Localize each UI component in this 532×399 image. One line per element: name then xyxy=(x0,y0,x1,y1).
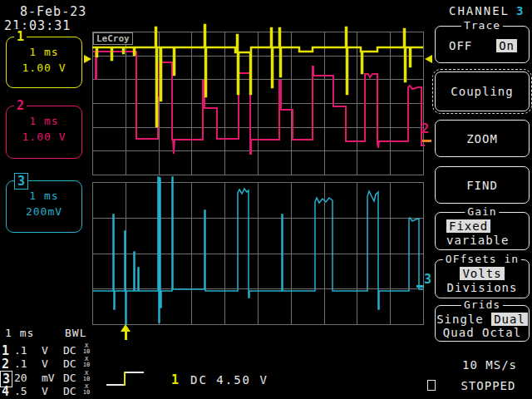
trace-box: Trace OFF On xyxy=(435,26,530,63)
trigger-source-label: 1 xyxy=(171,372,179,387)
grids-single-option[interactable]: Single xyxy=(436,313,484,326)
trigger-edge-icon xyxy=(106,384,126,386)
date-label: 8-Feb-23 xyxy=(20,4,86,19)
menu-title: CHANNEL3 xyxy=(449,4,525,17)
trace-on-option[interactable]: On xyxy=(496,39,517,52)
ch3-level-dash-icon xyxy=(416,285,424,288)
trigger-time-arrow-stem xyxy=(125,331,127,340)
stopped-square-icon xyxy=(427,380,436,391)
ch2-level-dash-icon xyxy=(422,140,431,142)
footer-header: 1 ms BWL xyxy=(5,327,34,339)
coupling-button[interactable]: Coupling xyxy=(435,71,530,111)
probe-x10-icon: X10 xyxy=(81,384,91,396)
channel3-number: 3 xyxy=(14,173,28,190)
find-button[interactable]: FIND xyxy=(435,166,530,204)
probe-x10-icon: X10 xyxy=(81,371,91,382)
channel3-scale: 200mV xyxy=(7,205,81,218)
trigger-edge-rise xyxy=(124,372,126,386)
grids-box: Grids Single Dual Quad Octal xyxy=(435,305,530,342)
trace-legend: Trace xyxy=(461,19,503,32)
bwl-label: BWL xyxy=(65,327,86,339)
find-label: FIND xyxy=(466,179,498,192)
footer-timebase: 1 ms xyxy=(5,327,34,339)
channel2-timebase: 1 ms xyxy=(7,115,81,127)
gain-variable-option[interactable]: variable xyxy=(446,234,509,247)
oscilloscope-screen: 8-Feb-23 21:03:31 1 1 ms 1.00 V 2 1 ms 1… xyxy=(0,0,532,399)
grids-quad-option[interactable]: Quad xyxy=(443,326,475,339)
gain-legend: Gain xyxy=(465,205,499,219)
coupling-label: Coupling xyxy=(451,85,513,98)
trigger-edge-high xyxy=(126,372,144,373)
zoom-button[interactable]: ZOOM xyxy=(435,120,530,157)
gain-box: Gain Fixed variable xyxy=(435,212,530,250)
sample-rate-label: 10 MS/s xyxy=(462,358,517,372)
ch2-trace-marker: 2 xyxy=(421,121,429,136)
channel1-scale: 1.00 V xyxy=(7,62,81,74)
offsets-divisions-option[interactable]: Divisions xyxy=(447,281,518,294)
grids-octal-option[interactable]: Octal xyxy=(482,326,521,339)
channel3-settings-box[interactable]: 3 1 ms 200mV xyxy=(6,180,82,233)
offsets-legend: OFfsets in xyxy=(443,253,521,266)
channel2-settings-box[interactable]: 2 1 ms 1.00 V xyxy=(6,106,82,159)
lecroy-logo: LeCroy xyxy=(93,32,133,45)
channel1-settings-box[interactable]: 1 1 ms 1.00 V xyxy=(6,37,82,88)
trigger-level-label: DC 4.50 V xyxy=(190,373,268,387)
channel1-number: 1 xyxy=(14,29,27,44)
menu-title-label: CHANNEL xyxy=(449,4,510,17)
grids-dual-option[interactable]: Dual xyxy=(491,313,528,326)
channel1-timebase: 1 ms xyxy=(7,46,81,58)
probe-x10-icon: X10 xyxy=(81,357,91,368)
ch1-ground-arrow-right-icon xyxy=(425,55,432,63)
stopped-label: STOPPED xyxy=(461,379,515,392)
ch3-trace-marker: 3 xyxy=(424,272,431,287)
channel3-timebase: 1 ms xyxy=(7,190,81,202)
grids-legend: Grids xyxy=(461,298,503,312)
menu-title-channel-number: 3 xyxy=(516,4,525,17)
probe-x10-icon: X10 xyxy=(81,343,91,355)
gain-fixed-option[interactable]: Fixed xyxy=(446,219,490,233)
trace-off-option[interactable]: OFF xyxy=(449,39,472,52)
acquisition-status: STOPPED xyxy=(427,379,515,392)
zoom-label: ZOOM xyxy=(466,132,498,145)
offsets-volts-option[interactable]: Volts xyxy=(460,267,504,280)
channel2-number: 2 xyxy=(14,98,27,113)
channel2-scale: 1.00 V xyxy=(7,131,81,143)
offsets-box: OFfsets in Volts Divisions xyxy=(435,259,530,298)
ch1-ground-arrow-left-icon xyxy=(84,55,91,63)
